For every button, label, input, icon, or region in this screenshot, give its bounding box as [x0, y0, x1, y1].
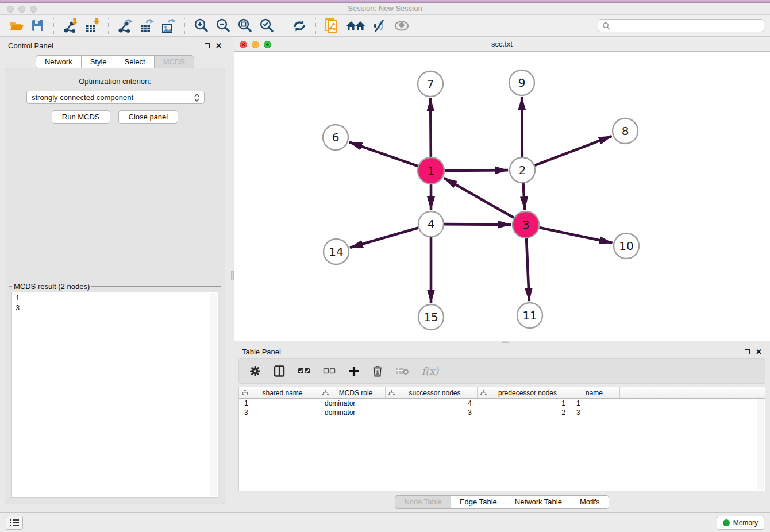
delete-columns-button[interactable]: [369, 364, 386, 379]
search-input[interactable]: [610, 22, 760, 30]
mcds-result-list: 1 3: [12, 292, 218, 313]
network-canvas[interactable]: 7968124314101511: [234, 52, 770, 341]
status-bar: Memory: [0, 512, 770, 532]
graph-node-7[interactable]: 7: [418, 71, 443, 97]
zoom-in-button[interactable]: [190, 17, 212, 35]
table-tabs: Node Table Edge Table Network Table Moti…: [234, 495, 770, 509]
tab-network[interactable]: Network: [36, 55, 82, 69]
graph-edge-3-1[interactable]: [444, 178, 514, 218]
column-header-name[interactable]: name: [571, 387, 620, 398]
float-panel-icon[interactable]: [745, 349, 750, 354]
table-mode-button[interactable]: [246, 364, 264, 379]
scrollbar[interactable]: [757, 399, 764, 490]
graph-node-11[interactable]: 11: [517, 303, 542, 328]
graph-edge-1-6[interactable]: [349, 142, 418, 166]
graph-edge-3-10[interactable]: [539, 228, 612, 243]
open-session-button[interactable]: [6, 17, 27, 34]
graph-edge-2-8[interactable]: [535, 136, 612, 165]
select-all-button[interactable]: [294, 365, 314, 377]
criterion-dropdown[interactable]: strongly connected component: [26, 91, 205, 104]
memory-button[interactable]: Memory: [717, 516, 764, 530]
graph-node-6[interactable]: 6: [323, 125, 348, 150]
graph-node-9[interactable]: 9: [509, 70, 534, 95]
close-panel-icon[interactable]: ✕: [756, 349, 762, 354]
close-panel-icon[interactable]: ✕: [215, 43, 222, 48]
save-session-button[interactable]: [27, 17, 48, 34]
delete-table-button[interactable]: [392, 365, 413, 377]
hide-selected-button[interactable]: [368, 17, 390, 35]
zoom-selected-icon: [259, 18, 275, 34]
graph-node-10[interactable]: 10: [614, 233, 639, 259]
column-header-predecessor-nodes[interactable]: predecessor nodes: [478, 387, 571, 398]
main-toolbar: [0, 15, 770, 37]
control-panel-tabs: Network Style Select MCDS: [0, 55, 230, 69]
graph-node-3[interactable]: 3: [513, 211, 539, 238]
tab-select[interactable]: Select: [116, 55, 155, 69]
import-table-button[interactable]: [81, 17, 103, 35]
mcds-result-group: MCDS result (2 nodes) 1 3: [9, 282, 221, 500]
graph-node-15[interactable]: 15: [418, 304, 444, 330]
search-field[interactable]: [598, 19, 764, 32]
graph-node-14[interactable]: 14: [324, 239, 349, 264]
apply-layout-button[interactable]: [288, 17, 310, 35]
mcds-result-box[interactable]: 1 3: [11, 292, 218, 498]
vertical-splitter[interactable]: [230, 37, 234, 512]
tab-network-table[interactable]: Network Table: [506, 495, 571, 509]
table-panel-header: Table Panel ✕: [234, 343, 770, 360]
zoom-out-icon: [215, 18, 231, 34]
network-graph[interactable]: 7968124314101511: [234, 52, 770, 341]
export-image-button[interactable]: [157, 17, 179, 35]
table-row[interactable]: 1 dominator 4 1 1: [239, 399, 765, 408]
new-column-button[interactable]: [345, 364, 363, 379]
graph-edge-4-14[interactable]: [350, 228, 418, 248]
graph-edge-2-9[interactable]: [522, 97, 522, 157]
export-network-button[interactable]: [114, 17, 136, 35]
zoom-selected-button[interactable]: [256, 17, 278, 35]
float-panel-icon[interactable]: [205, 43, 210, 48]
graph-node-8[interactable]: 8: [613, 118, 638, 144]
tree-icon: [242, 390, 248, 396]
unselect-all-button[interactable]: [319, 365, 339, 377]
graph-edge-4-3[interactable]: [444, 224, 511, 225]
plus-icon: [348, 365, 360, 377]
scrollbar[interactable]: [210, 293, 217, 496]
graph-node-1[interactable]: 1: [418, 157, 444, 184]
column-header-successor-nodes[interactable]: successor nodes: [386, 387, 478, 398]
graph-node-4[interactable]: 4: [418, 211, 444, 237]
graph-edge-3-11[interactable]: [526, 238, 529, 301]
close-panel-button[interactable]: Close panel: [118, 110, 179, 124]
tab-mcds[interactable]: MCDS: [155, 55, 194, 69]
network-window-titlebar[interactable]: ✕ − + scc.txt: [234, 37, 770, 52]
graph-edge-1-7[interactable]: [430, 98, 431, 157]
tab-node-table[interactable]: Node Table: [395, 495, 451, 509]
export-network-icon: [117, 18, 133, 34]
graph-edge-2-3[interactable]: [523, 183, 525, 210]
column-header-shared-name[interactable]: shared name: [239, 387, 319, 398]
import-network-button[interactable]: [59, 17, 81, 35]
export-table-button[interactable]: [136, 17, 157, 35]
toolbar-separator: [315, 18, 316, 34]
svg-text:4: 4: [428, 217, 435, 231]
table-header-row: shared name MCDS role successor nodes pr…: [239, 387, 765, 399]
new-network-button[interactable]: [321, 17, 343, 35]
zoom-out-button[interactable]: [212, 17, 234, 35]
show-hidden-button[interactable]: [390, 17, 413, 35]
column-header-mcds-role[interactable]: MCDS role: [319, 387, 386, 398]
table-row[interactable]: 3 dominator 3 2 3: [239, 408, 765, 417]
zoom-fit-button[interactable]: [234, 17, 256, 35]
show-columns-button[interactable]: [270, 364, 288, 379]
function-builder-button[interactable]: f(x): [418, 364, 442, 379]
run-mcds-button[interactable]: Run MCDS: [52, 110, 110, 124]
task-history-button[interactable]: [6, 516, 23, 530]
window-accent-strip: [0, 0, 770, 3]
tab-edge-table[interactable]: Edge Table: [451, 495, 506, 509]
graph-node-2[interactable]: 2: [510, 157, 535, 183]
show-all-networks-button[interactable]: [343, 17, 368, 34]
import-table-icon: [84, 18, 100, 34]
criterion-value: strongly connected component: [32, 93, 133, 102]
svg-text:11: 11: [522, 309, 537, 322]
mcds-result-title: MCDS result (2 nodes): [12, 282, 91, 291]
tab-motifs[interactable]: Motifs: [571, 495, 609, 509]
graph-edge-1-2[interactable]: [445, 170, 508, 171]
tab-style[interactable]: Style: [82, 55, 116, 69]
